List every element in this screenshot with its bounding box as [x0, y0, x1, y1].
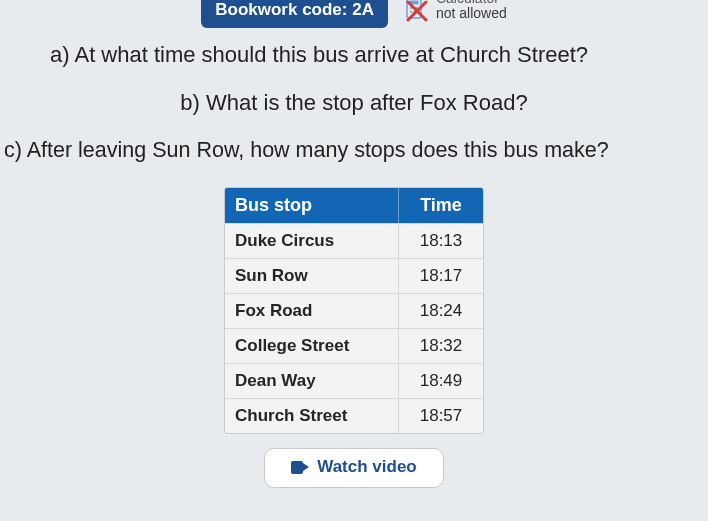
cell-stop: Sun Row [225, 259, 399, 293]
header-row: Bookwork code: 2A Calculator not allowed [0, 0, 708, 28]
calculator-status-text: Calculator not allowed [436, 0, 507, 21]
table-header-row: Bus stop Time [225, 188, 483, 224]
cell-stop: Church Street [225, 399, 399, 433]
table-row: Dean Way 18:49 [225, 364, 483, 399]
table-row: Church Street 18:57 [225, 399, 483, 433]
cell-time: 18:57 [399, 399, 483, 433]
table-row: Duke Circus 18:13 [225, 224, 483, 259]
table-row: Sun Row 18:17 [225, 259, 483, 294]
video-camera-icon [291, 461, 309, 474]
question-b: b) What is the stop after Fox Road? [0, 90, 708, 116]
cell-time: 18:13 [399, 224, 483, 258]
cell-stop: Duke Circus [225, 224, 399, 258]
bookwork-badge: Bookwork code: 2A [201, 0, 388, 28]
watch-video-label: Watch video [317, 457, 417, 477]
col-header-stop: Bus stop [225, 188, 399, 223]
cell-time: 18:17 [399, 259, 483, 293]
question-a: a) At what time should this bus arrive a… [0, 42, 708, 68]
cell-time: 18:49 [399, 364, 483, 398]
col-header-time: Time [399, 188, 483, 223]
calculator-not-allowed-icon [402, 0, 430, 24]
calculator-line1: Calculator [436, 0, 507, 6]
calculator-status: Calculator not allowed [402, 0, 507, 24]
svg-point-5 [410, 11, 412, 13]
cell-stop: College Street [225, 329, 399, 363]
watch-video-button[interactable]: Watch video [264, 448, 444, 488]
question-c: c) After leaving Sun Row, how many stops… [0, 138, 708, 163]
question-list: a) At what time should this bus arrive a… [0, 42, 708, 163]
table-row: Fox Road 18:24 [225, 294, 483, 329]
table-row: College Street 18:32 [225, 329, 483, 364]
bus-timetable: Bus stop Time Duke Circus 18:13 Sun Row … [224, 187, 484, 434]
cell-time: 18:24 [399, 294, 483, 328]
cell-stop: Fox Road [225, 294, 399, 328]
cell-stop: Dean Way [225, 364, 399, 398]
calculator-line2: not allowed [436, 6, 507, 21]
cell-time: 18:32 [399, 329, 483, 363]
